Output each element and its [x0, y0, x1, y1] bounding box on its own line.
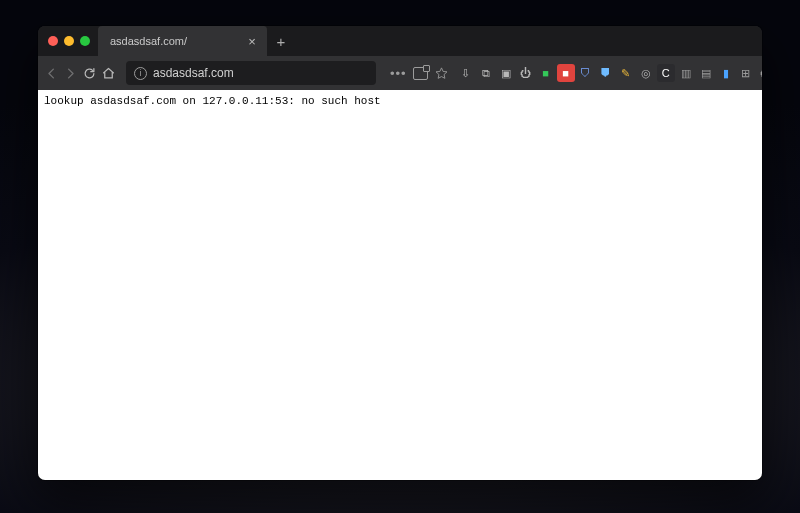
toolbar: i asdasdsaf.com ••• ⇩⧉▣⏻■■⛉⛊✎◎C▥▤▮⊞⏻ ≡	[38, 56, 762, 90]
site-info-icon[interactable]: i	[134, 67, 147, 80]
address-actions: •••	[390, 66, 449, 81]
home-button[interactable]	[101, 60, 116, 86]
extensions-row: ⇩⧉▣⏻■■⛉⛊✎◎C▥▤▮⊞⏻	[457, 64, 762, 82]
close-tab-icon[interactable]: ×	[245, 34, 259, 49]
minimize-window-button[interactable]	[64, 36, 74, 46]
ext-green-box[interactable]: ■	[537, 64, 555, 82]
browser-window: asdasdsaf.com/ × + i asdasdsaf.com •••	[38, 26, 762, 480]
page-actions-icon[interactable]: •••	[390, 66, 407, 81]
reader-icon[interactable]	[413, 67, 428, 80]
back-button[interactable]	[44, 60, 59, 86]
ext-circle[interactable]: ◎	[637, 64, 655, 82]
bookmark-icon[interactable]	[434, 66, 449, 81]
reload-button[interactable]	[82, 60, 97, 86]
ext-square-2[interactable]: ▤	[697, 64, 715, 82]
close-window-button[interactable]	[48, 36, 58, 46]
new-tab-button[interactable]: +	[268, 26, 294, 56]
page-viewport: lookup asdasdsaf.com on 127.0.0.11:53: n…	[38, 90, 762, 480]
ext-shield-2[interactable]: ⛊	[597, 64, 615, 82]
ext-red-badge[interactable]: ■	[557, 64, 575, 82]
ext-c[interactable]: C	[657, 64, 675, 82]
ext-shield-1[interactable]: ⛉	[577, 64, 595, 82]
ext-grid[interactable]: ⊞	[737, 64, 755, 82]
forward-button[interactable]	[63, 60, 78, 86]
tab-active[interactable]: asdasdsaf.com/ ×	[98, 26, 268, 56]
address-bar[interactable]: i asdasdsaf.com	[126, 61, 376, 85]
ext-download[interactable]: ⇩	[457, 64, 475, 82]
ext-flag[interactable]: ▮	[717, 64, 735, 82]
window-controls	[44, 36, 98, 46]
ext-power-2[interactable]: ⏻	[757, 64, 762, 82]
address-text: asdasdsaf.com	[153, 66, 368, 80]
error-text: lookup asdasdsaf.com on 127.0.0.11:53: n…	[44, 95, 381, 107]
fullscreen-window-button[interactable]	[80, 36, 90, 46]
ext-window[interactable]: ▣	[497, 64, 515, 82]
ext-wand[interactable]: ✎	[617, 64, 635, 82]
ext-library[interactable]: ⧉	[477, 64, 495, 82]
ext-power[interactable]: ⏻	[517, 64, 535, 82]
tab-title: asdasdsaf.com/	[110, 35, 239, 47]
ext-square-1[interactable]: ▥	[677, 64, 695, 82]
tab-strip: asdasdsaf.com/ × +	[38, 26, 762, 56]
